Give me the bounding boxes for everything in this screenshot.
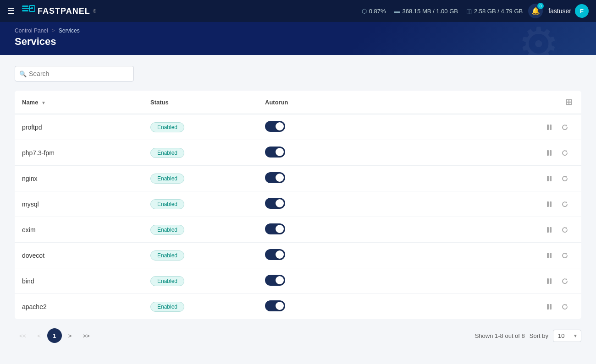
col-header-name[interactable]: Name ▼ bbox=[15, 91, 143, 114]
svg-rect-7 bbox=[547, 150, 549, 156]
sort-select[interactable]: 102550100 bbox=[553, 330, 581, 342]
toggle-thumb bbox=[276, 122, 284, 130]
user-menu[interactable]: fastuser F bbox=[548, 4, 589, 18]
toggle-track bbox=[265, 172, 285, 183]
autorun-toggle[interactable] bbox=[265, 249, 285, 260]
actions-cell bbox=[403, 250, 574, 261]
service-actions bbox=[395, 294, 581, 320]
pause-button[interactable] bbox=[544, 276, 555, 287]
restart-button[interactable] bbox=[559, 250, 570, 261]
svg-rect-2 bbox=[22, 10, 28, 11]
pause-button[interactable] bbox=[544, 250, 555, 261]
service-name: nginx bbox=[15, 166, 143, 191]
svg-rect-5 bbox=[547, 125, 549, 130]
service-name: php7.3-fpm bbox=[15, 140, 143, 166]
service-actions bbox=[395, 166, 581, 191]
pause-button[interactable] bbox=[544, 122, 555, 133]
service-autorun[interactable] bbox=[258, 114, 395, 140]
avatar: F bbox=[575, 4, 589, 18]
autorun-toggle[interactable] bbox=[265, 300, 285, 311]
svg-rect-17 bbox=[547, 278, 549, 284]
toggle-track bbox=[265, 249, 285, 260]
toggle-track bbox=[265, 275, 285, 286]
service-name: mysql bbox=[15, 191, 143, 217]
disk-icon: ◫ bbox=[466, 8, 472, 15]
pause-button[interactable] bbox=[544, 224, 555, 235]
actions-cell bbox=[403, 122, 574, 133]
service-autorun[interactable] bbox=[258, 243, 395, 268]
page-first[interactable]: << bbox=[15, 330, 31, 342]
status-badge: Enabled bbox=[150, 250, 184, 261]
service-autorun[interactable] bbox=[258, 268, 395, 294]
service-autorun[interactable] bbox=[258, 140, 395, 166]
svg-rect-14 bbox=[550, 227, 552, 233]
table-row: bind Enabled bbox=[15, 268, 581, 294]
page-prev[interactable]: < bbox=[33, 330, 45, 342]
status-badge: Enabled bbox=[150, 302, 184, 312]
disk-value: 2.58 GB / 4.79 GB bbox=[474, 8, 523, 15]
breadcrumb-control-panel[interactable]: Control Panel bbox=[15, 27, 48, 34]
autorun-toggle[interactable] bbox=[265, 147, 285, 158]
toggle-thumb bbox=[276, 302, 284, 310]
page-next[interactable]: > bbox=[64, 330, 77, 342]
header: ☰ FASTPANEL® ⬡ 0.87% ▬ 368.15 MB / 1.00 … bbox=[0, 0, 596, 22]
restart-button[interactable] bbox=[559, 199, 570, 210]
pause-button[interactable] bbox=[544, 173, 555, 184]
ram-stat: ▬ 368.15 MB / 1.00 GB bbox=[394, 8, 458, 15]
col-header-autorun: Autorun bbox=[258, 91, 395, 114]
service-autorun[interactable] bbox=[258, 166, 395, 191]
service-status: Enabled bbox=[143, 166, 258, 191]
service-name: bind bbox=[15, 268, 143, 294]
cpu-stat: ⬡ 0.87% bbox=[362, 8, 386, 15]
autorun-toggle[interactable] bbox=[265, 121, 285, 132]
toggle-track bbox=[265, 300, 285, 311]
service-name: apache2 bbox=[15, 294, 143, 320]
restart-button[interactable] bbox=[559, 147, 570, 158]
service-status: Enabled bbox=[143, 294, 258, 320]
toggle-track bbox=[265, 198, 285, 209]
search-input[interactable] bbox=[15, 66, 134, 81]
pause-button[interactable] bbox=[544, 301, 555, 312]
sort-by-label: Sort by bbox=[530, 332, 548, 339]
svg-rect-19 bbox=[547, 304, 549, 310]
main-content: 🔍 Name ▼ Status Autorun ⊞ bbox=[0, 55, 596, 354]
page-last[interactable]: >> bbox=[78, 330, 94, 342]
user-name: fastuser bbox=[548, 7, 571, 15]
logo: FASTPANEL® bbox=[22, 5, 96, 17]
service-autorun[interactable] bbox=[258, 191, 395, 217]
banner: Control Panel > Services Services bbox=[0, 22, 596, 55]
autorun-toggle[interactable] bbox=[265, 275, 285, 286]
notifications-bell[interactable]: 🔔 0 bbox=[528, 4, 543, 18]
service-autorun[interactable] bbox=[258, 217, 395, 243]
name-sort-arrow: ▼ bbox=[41, 100, 46, 105]
col-header-actions[interactable]: ⊞ bbox=[395, 91, 581, 114]
restart-button[interactable] bbox=[559, 173, 570, 184]
status-badge: Enabled bbox=[150, 148, 184, 158]
service-autorun[interactable] bbox=[258, 294, 395, 320]
service-status: Enabled bbox=[143, 268, 258, 294]
pause-button[interactable] bbox=[544, 199, 555, 210]
col-header-status: Status bbox=[143, 91, 258, 114]
service-status: Enabled bbox=[143, 217, 258, 243]
page-1[interactable]: 1 bbox=[47, 328, 62, 343]
menu-icon[interactable]: ☰ bbox=[7, 6, 15, 16]
breadcrumb-current: Services bbox=[59, 27, 80, 34]
service-actions bbox=[395, 243, 581, 268]
restart-button[interactable] bbox=[559, 122, 570, 133]
pause-button[interactable] bbox=[544, 147, 555, 158]
table-settings-icon[interactable]: ⊞ bbox=[565, 98, 572, 107]
page-title: Services bbox=[15, 36, 581, 48]
toggle-thumb bbox=[276, 174, 284, 182]
shown-text: Shown 1-8 out of 8 bbox=[475, 332, 525, 339]
service-status: Enabled bbox=[143, 140, 258, 166]
autorun-toggle[interactable] bbox=[265, 172, 285, 183]
disk-stat: ◫ 2.58 GB / 4.79 GB bbox=[466, 8, 523, 15]
autorun-toggle[interactable] bbox=[265, 198, 285, 209]
restart-button[interactable] bbox=[559, 301, 570, 312]
service-actions bbox=[395, 140, 581, 166]
toggle-track bbox=[265, 223, 285, 234]
pagination-row: << < 1 > >> Shown 1-8 out of 8 Sort by 1… bbox=[15, 328, 581, 343]
restart-button[interactable] bbox=[559, 224, 570, 235]
autorun-toggle[interactable] bbox=[265, 223, 285, 234]
restart-button[interactable] bbox=[559, 276, 570, 287]
